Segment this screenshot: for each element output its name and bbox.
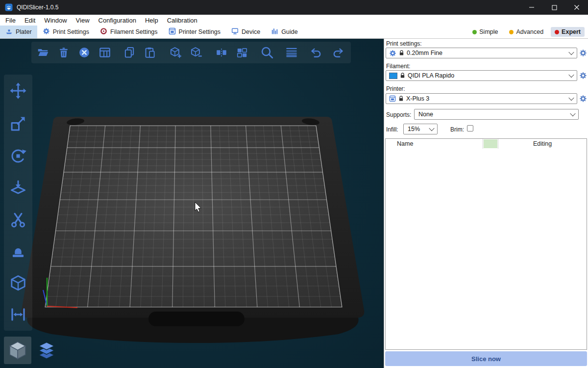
delete-all-button[interactable]	[77, 45, 92, 60]
menu-item-file[interactable]: File	[1, 15, 20, 26]
arrange-button[interactable]	[98, 45, 112, 60]
maximize-button[interactable]	[543, 0, 565, 15]
measure-tool-button[interactable]	[7, 304, 29, 325]
tab-plater[interactable]: Plater	[0, 26, 37, 38]
printer-combo[interactable]: X-Plus 3	[386, 93, 577, 104]
gear-icon	[579, 72, 587, 79]
cube-plus-icon	[169, 46, 182, 59]
minimize-button[interactable]	[520, 0, 543, 15]
mode-selector: Simple Advanced Expert	[468, 27, 588, 37]
open-button[interactable]	[36, 45, 50, 60]
object-list[interactable]	[386, 149, 587, 349]
paste-button[interactable]	[143, 45, 157, 60]
menu-item-view[interactable]: View	[72, 15, 94, 26]
tab-guide[interactable]: Guide	[266, 26, 303, 38]
lock-icon	[399, 50, 404, 56]
cube-icon	[9, 274, 27, 292]
filament-settings-icon	[100, 27, 107, 36]
place-on-face-tool-button[interactable]	[7, 177, 29, 199]
rotate-tool-button[interactable]	[7, 145, 29, 167]
move-tool-button[interactable]	[7, 80, 29, 102]
advanced-mode-dot-icon	[509, 30, 514, 34]
name-column-header: Name	[386, 139, 483, 149]
app-icon	[5, 3, 13, 11]
filament-color-swatch	[389, 73, 397, 79]
search-icon	[260, 46, 274, 59]
mode-simple-label: Simple	[479, 28, 498, 35]
print-settings-combo[interactable]: 0.20mm Fine	[386, 48, 577, 58]
split-objects-button[interactable]	[214, 45, 229, 60]
delete-button[interactable]	[56, 45, 71, 60]
printer-value: X-Plus 3	[406, 95, 429, 102]
filament-value: QIDI PLA Rapido	[408, 72, 454, 79]
minimize-icon	[529, 4, 535, 10]
close-button[interactable]	[565, 0, 588, 15]
copy-button[interactable]	[122, 45, 137, 60]
menu-item-configuration[interactable]: Configuration	[94, 15, 141, 26]
infill-label: Infill:	[386, 126, 398, 133]
undo-button[interactable]	[309, 45, 323, 60]
mode-simple[interactable]: Simple	[468, 27, 502, 37]
main-area: Print settings: 0.20mm Fine Filament: QI…	[0, 39, 588, 368]
view-switch	[4, 337, 60, 364]
menu-item-edit[interactable]: Edit	[20, 15, 40, 26]
printer-label: Printer:	[386, 85, 405, 92]
editor-view-button[interactable]	[4, 337, 31, 364]
mode-advanced[interactable]: Advanced	[505, 27, 547, 37]
gear-icon	[579, 95, 587, 103]
viewport-3d[interactable]	[0, 39, 384, 368]
tab-guide-label: Guide	[281, 28, 297, 35]
menu-item-help[interactable]: Help	[141, 15, 163, 26]
tab-print-settings-label: Print Settings	[53, 28, 89, 35]
add-instance-button[interactable]	[168, 45, 183, 60]
delete-all-icon	[78, 46, 91, 59]
filament-gear-button[interactable]	[579, 71, 588, 80]
print-settings-gear-button[interactable]	[579, 49, 588, 57]
mode-advanced-label: Advanced	[516, 28, 543, 35]
mode-expert-label: Expert	[562, 28, 581, 35]
slice-now-button[interactable]: Slice now	[385, 351, 587, 366]
tab-filament-settings[interactable]: Filament Settings	[95, 26, 163, 38]
cut-tool-button[interactable]	[7, 209, 29, 231]
simple-mode-dot-icon	[472, 30, 477, 34]
tab-print-settings[interactable]: Print Settings	[37, 26, 95, 38]
menu-item-calibration[interactable]: Calibration	[163, 15, 202, 26]
search-button[interactable]	[260, 45, 274, 60]
measure-cube-tool-button[interactable]	[7, 272, 29, 294]
redo-button[interactable]	[331, 45, 345, 60]
layers-icon	[285, 46, 298, 59]
printer-icon	[389, 95, 396, 102]
menu-item-window[interactable]: Window	[40, 15, 71, 26]
maximize-icon	[552, 5, 557, 10]
stamp-icon	[9, 242, 27, 260]
preview-layers-icon	[36, 340, 57, 361]
scale-icon	[9, 115, 27, 132]
scale-tool-button[interactable]	[7, 113, 29, 134]
tab-device[interactable]: Device	[226, 26, 266, 38]
title-bar: QIDISlicer-1.0.5	[0, 0, 588, 15]
undo-icon	[310, 46, 322, 59]
close-icon	[574, 4, 580, 10]
tab-device-label: Device	[242, 28, 260, 35]
brim-checkbox[interactable]	[467, 125, 473, 131]
redo-icon	[332, 46, 344, 59]
layer-height-button[interactable]	[284, 45, 299, 60]
infill-value: 15%	[408, 126, 420, 132]
chevron-down-icon	[570, 111, 575, 116]
mode-expert[interactable]: Expert	[551, 27, 585, 37]
split-parts-icon	[236, 46, 248, 59]
move-icon	[9, 82, 27, 100]
editor-cube-icon	[7, 340, 28, 361]
seam-tool-button[interactable]	[7, 240, 29, 262]
remove-instance-button[interactable]	[189, 45, 203, 60]
device-icon	[231, 27, 239, 36]
preview-view-button[interactable]	[33, 337, 60, 364]
split-parts-button[interactable]	[235, 45, 249, 60]
infill-combo[interactable]: 15%	[403, 124, 438, 134]
printer-gear-button[interactable]	[579, 94, 588, 103]
supports-combo[interactable]: None	[414, 109, 579, 120]
filament-combo[interactable]: QIDI PLA Rapido	[386, 70, 577, 81]
tab-printer-settings[interactable]: Printer Settings	[163, 26, 226, 38]
gear-icon	[389, 50, 396, 57]
guide-icon	[271, 27, 278, 36]
